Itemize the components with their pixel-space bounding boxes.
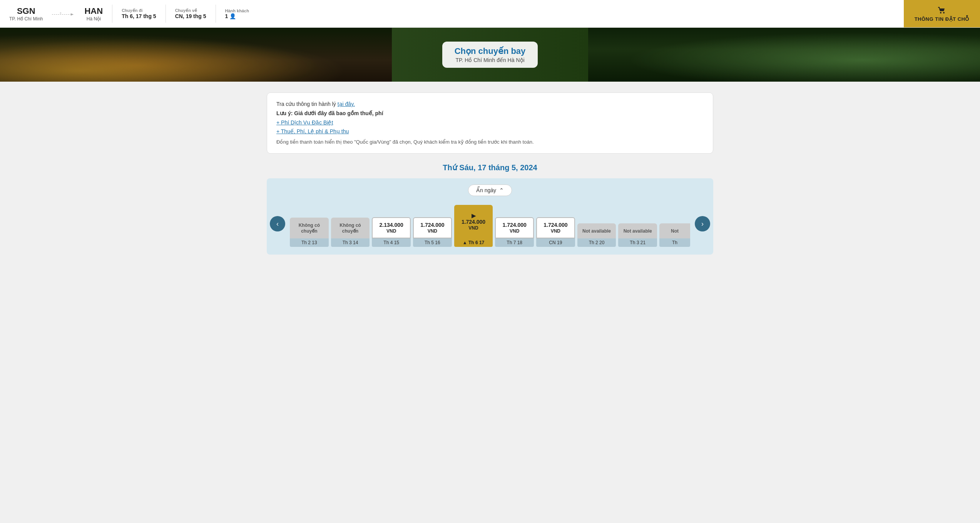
flight-arrow-icon: ✈	[52, 11, 75, 17]
svg-marker-1	[71, 13, 74, 15]
origin-code: SGN	[17, 6, 35, 16]
info-box: Tra cứu thông tin hành lý tại đây. Lưu ý…	[267, 92, 713, 154]
hero-trees-bg	[588, 28, 980, 82]
price-amount-5: 1.724.000	[497, 222, 532, 228]
depart-label: Chuyến đi	[122, 8, 156, 13]
day-label-3: Th 5 16	[413, 238, 452, 247]
pax-icon: 👤	[229, 13, 236, 19]
hero-title-sub: TP. Hồ Chí Minh đến Hà Nội	[455, 57, 526, 63]
day-label-5: Th 7 18	[495, 238, 534, 247]
day-label-9: Th	[659, 238, 690, 247]
day-label-8: Th 3 21	[618, 238, 657, 247]
dest-code: HAN	[84, 6, 103, 16]
day-card-9[interactable]: Not Th	[659, 223, 690, 247]
date-heading: Thứ Sáu, 17 tháng 5, 2024	[267, 163, 713, 172]
chevron-up-icon: ⌃	[499, 187, 504, 193]
price-box-5: 1.724.000 VND	[495, 217, 534, 238]
svg-text:✈: ✈	[60, 12, 62, 14]
return-segment: Chuyến về CN, 19 thg 5	[166, 0, 216, 27]
booking-btn-label: THÔNG TIN ĐẶT CHỖ	[915, 16, 969, 22]
return-label: Chuyến về	[175, 8, 206, 13]
baggage-link[interactable]: tại đây.	[338, 101, 355, 107]
unavail-text-0: Không có chuyến	[299, 223, 320, 234]
pax-value: 1 👤	[225, 13, 249, 19]
day-label-1: Th 3 14	[331, 238, 370, 247]
price-currency-2: VND	[386, 228, 396, 234]
price-box-7: Not available	[577, 223, 616, 238]
baggage-info: Tra cứu thông tin hành lý tại đây.	[276, 100, 704, 109]
price-currency-6: VND	[551, 228, 560, 234]
hero-lights-bg	[0, 28, 392, 82]
price-box-4: ▶ 1.724.000 VND	[454, 205, 493, 238]
hero-title-main: Chọn chuyến bay	[455, 46, 526, 56]
day-card-4[interactable]: ▶ 1.724.000 VND ▲ Th 6 17	[454, 205, 493, 247]
dest-city: Hà Nội	[87, 16, 101, 22]
depart-value: Th 6, 17 thg 5	[122, 13, 156, 19]
flight-section: Ẩn ngày ⌃ ‹ Không có chuyến Th 2 13 Khôn…	[267, 178, 713, 255]
currency-note: Đồng tiền thanh toán hiển thị theo "Quốc…	[276, 138, 704, 146]
day-card-0[interactable]: Không có chuyến Th 2 13	[290, 218, 329, 247]
day-label-4: ▲ Th 6 17	[454, 238, 493, 247]
price-currency-4: VND	[468, 225, 478, 231]
price-amount-3: 1.724.000	[415, 222, 450, 228]
price-amount-6: 1.724.000	[538, 222, 573, 228]
price-amount-2: 2.134.000	[374, 222, 408, 228]
selected-checkmark-icon: ▶	[472, 213, 476, 219]
origin-info: SGN TP. Hồ Chí Minh	[9, 6, 43, 22]
calendar-row: ‹ Không có chuyến Th 2 13 Không có chuyế…	[267, 201, 713, 247]
booking-info-button[interactable]: THÔNG TIN ĐẶT CHỖ	[904, 0, 980, 27]
pax-segment: Hành khách 1 👤	[216, 0, 258, 27]
day-label-7: Th 2 20	[577, 238, 616, 247]
price-box-0: Không có chuyến	[290, 218, 329, 238]
prev-day-button[interactable]: ‹	[270, 216, 285, 231]
unavail-text-8: Not available	[624, 228, 652, 234]
hero-banner: Chọn chuyến bay TP. Hồ Chí Minh đến Hà N…	[0, 28, 980, 82]
header-bar: SGN TP. Hồ Chí Minh ✈ HAN Hà Nội Chuyến …	[0, 0, 980, 28]
day-card-5[interactable]: 1.724.000 VND Th 7 18	[495, 217, 534, 247]
depart-segment: Chuyến đi Th 6, 17 thg 5	[112, 0, 165, 27]
day-card-7[interactable]: Not available Th 2 20	[577, 223, 616, 247]
price-currency-3: VND	[428, 228, 437, 234]
price-box-8: Not available	[618, 223, 657, 238]
day-card-3[interactable]: 1.724.000 VND Th 5 16	[413, 217, 452, 247]
hide-days-label: Ẩn ngày	[476, 187, 496, 193]
origin-city: TP. Hồ Chí Minh	[9, 16, 43, 22]
price-box-6: 1.724.000 VND	[536, 217, 575, 238]
hero-title-box: Chọn chuyến bay TP. Hồ Chí Minh đến Hà N…	[442, 42, 538, 68]
next-day-button[interactable]: ›	[695, 216, 710, 231]
price-box-1: Không có chuyến	[331, 218, 370, 238]
unavail-text-7: Not available	[582, 228, 611, 234]
day-card-1[interactable]: Không có chuyến Th 3 14	[331, 218, 370, 247]
main-content: Tra cứu thông tin hành lý tại đây. Lưu ý…	[259, 82, 721, 255]
price-note: Lưu ý: Giá dưới đây đã bao gồm thuế, phí	[276, 109, 704, 118]
day-card-8[interactable]: Not available Th 3 21	[618, 223, 657, 247]
day-label-6: CN 19	[536, 238, 575, 247]
day-label-2: Th 4 15	[372, 238, 411, 247]
price-box-2: 2.134.000 VND	[372, 217, 411, 238]
price-box-3: 1.724.000 VND	[413, 217, 452, 238]
day-card-2[interactable]: 2.134.000 VND Th 4 15	[372, 217, 411, 247]
route-arrow: ✈	[49, 11, 78, 17]
price-box-9: Not	[659, 223, 690, 238]
hide-days-button[interactable]: Ẩn ngày ⌃	[468, 184, 512, 196]
day-label-0: Th 2 13	[290, 238, 329, 247]
day-card-6[interactable]: 1.724.000 VND CN 19	[536, 217, 575, 247]
pax-label: Hành khách	[225, 8, 249, 13]
return-value: CN, 19 thg 5	[175, 13, 206, 19]
dest-info: HAN Hà Nội	[84, 6, 103, 22]
cart-icon	[937, 5, 947, 15]
tax-fee-link[interactable]: + Thuế, Phí, Lệ phí & Phụ thu	[276, 128, 349, 134]
price-currency-5: VND	[510, 228, 519, 234]
unavail-text-1: Không có chuyến	[339, 223, 361, 234]
special-fee-link[interactable]: + Phí Dịch Vụ Đặc Biệt	[276, 119, 333, 126]
price-amount-4: 1.724.000	[457, 219, 491, 225]
unavail-text-9: Not	[671, 228, 679, 234]
baggage-text: Tra cứu thông tin hành lý	[276, 101, 338, 107]
header-route: SGN TP. Hồ Chí Minh ✈ HAN Hà Nội	[0, 0, 112, 27]
